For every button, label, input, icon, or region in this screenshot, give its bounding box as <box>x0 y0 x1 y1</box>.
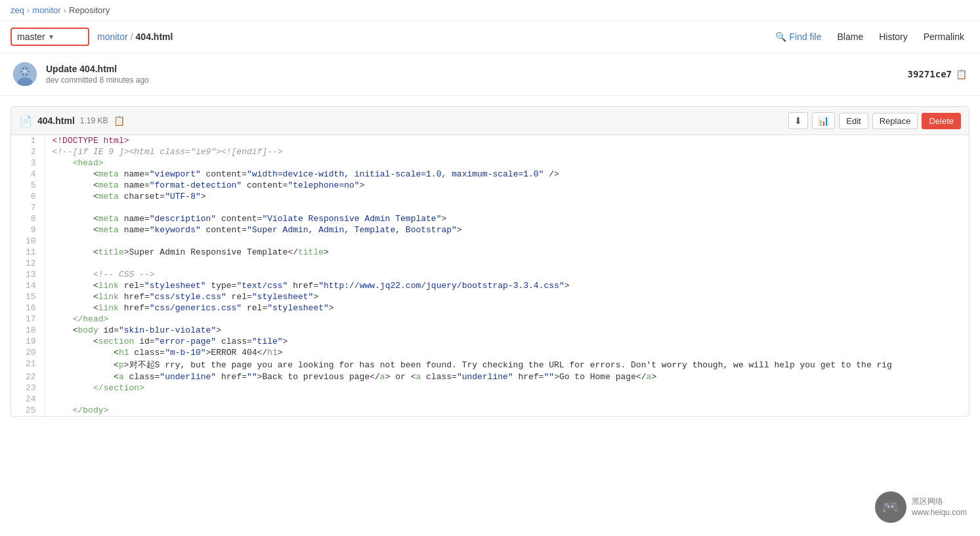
commit-hash: 39271ce7 <box>908 69 952 79</box>
path-filename: 404.html <box>136 31 173 42</box>
table-row: 13 <!-- CSS --> <box>11 269 969 280</box>
line-code: <a class="underline" href="">Back to pre… <box>44 371 969 382</box>
line-code: <section id="error-page" class="tile"> <box>44 336 969 347</box>
top-bar: master ▾ monitor / 404.html 🔍 Find file … <box>0 21 980 53</box>
table-row: 7 <box>11 202 969 213</box>
top-bar-actions: 🔍 Find file Blame History Permalink <box>770 29 969 45</box>
table-row: 8 <meta name="description" content="Viol… <box>11 213 969 224</box>
line-number: 25 <box>11 405 44 416</box>
delete-button[interactable]: Delete <box>922 113 961 129</box>
raw-button[interactable]: ⬇ <box>788 112 808 129</box>
line-number: 14 <box>11 280 44 291</box>
table-row: 3 <head> <box>11 157 969 169</box>
blame-file-button[interactable]: 📊 <box>812 112 835 129</box>
blame-button[interactable]: Blame <box>832 29 869 45</box>
find-file-button[interactable]: 🔍 Find file <box>770 29 826 45</box>
breadcrumb-repository: Repository <box>69 5 110 15</box>
file-header-actions: ⬇ 📊 Edit Replace Delete <box>788 112 961 129</box>
copy-hash-icon[interactable]: 📋 <box>956 69 967 79</box>
branch-name: master <box>17 31 45 42</box>
line-code <box>44 236 969 247</box>
commit-meta: dev committed 8 minutes ago <box>46 75 899 85</box>
branch-chevron: ▾ <box>49 32 53 41</box>
table-row: 24 <box>11 394 969 405</box>
table-row: 22 <a class="underline" href="">Back to … <box>11 371 969 382</box>
commit-title: Update 404.html <box>46 64 899 74</box>
line-number: 23 <box>11 382 44 394</box>
breadcrumb: zeq › monitor › Repository <box>0 0 980 21</box>
table-row: 11 <title>Super Admin Responsive Templat… <box>11 247 969 258</box>
search-icon: 🔍 <box>775 31 786 42</box>
table-row: 18 <body id="skin-blur-violate"> <box>11 325 969 336</box>
permalink-button[interactable]: Permalink <box>918 29 969 45</box>
line-code: <meta name="format-detection" content="t… <box>44 180 969 191</box>
table-row: 9 <meta name="keywords" content="Super A… <box>11 224 969 236</box>
table-row: 19 <section id="error-page" class="tile"… <box>11 336 969 347</box>
table-row: 17 </head> <box>11 314 969 325</box>
line-code <box>44 258 969 269</box>
table-row: 15 <link href="css/style.css" rel="style… <box>11 291 969 302</box>
line-code: <head> <box>44 157 969 169</box>
line-number: 16 <box>11 302 44 314</box>
table-row: 4 <meta name="viewport" content="width=d… <box>11 169 969 180</box>
file-header: 📄 404.html 1.19 KB 📋 ⬇ 📊 Edit Replace De… <box>11 107 969 135</box>
line-code: <meta name="description" content="Violat… <box>44 213 969 224</box>
table-row: 1<!DOCTYPE html> <box>11 135 969 146</box>
line-number: 20 <box>11 347 44 358</box>
replace-button[interactable]: Replace <box>872 113 918 129</box>
table-row: 21 <p>对不起S rry, but the page you are loo… <box>11 358 969 371</box>
line-code: <p>对不起S rry, but the page you are lookin… <box>44 358 969 371</box>
line-code: <link href="css/generics.css" rel="style… <box>44 302 969 314</box>
path-repo[interactable]: monitor <box>97 31 128 42</box>
line-code: <meta name="keywords" content="Super Adm… <box>44 224 969 236</box>
line-code: <title>Super Admin Responsive Template</… <box>44 247 969 258</box>
line-code: <!DOCTYPE html> <box>44 135 969 146</box>
line-code <box>44 202 969 213</box>
line-code: </body> <box>44 405 969 416</box>
line-number: 22 <box>11 371 44 382</box>
commit-info: Update 404.html dev committed 8 minutes … <box>46 64 899 85</box>
edit-button[interactable]: Edit <box>839 113 868 129</box>
line-code: <meta charset="UTF-8"> <box>44 191 969 202</box>
commit-bar: Update 404.html dev committed 8 minutes … <box>0 53 980 96</box>
breadcrumb-zeq[interactable]: zeq <box>11 5 24 15</box>
table-row: 5 <meta name="format-detection" content=… <box>11 180 969 191</box>
table-row: 14 <link rel="stylesheet" type="text/css… <box>11 280 969 291</box>
commit-author: dev <box>46 75 58 85</box>
file-viewer: 📄 404.html 1.19 KB 📋 ⬇ 📊 Edit Replace De… <box>11 106 969 417</box>
breadcrumb-sep-2: › <box>64 5 66 15</box>
line-number: 5 <box>11 180 44 191</box>
commit-avatar <box>13 62 37 86</box>
table-row: 16 <link href="css/generics.css" rel="st… <box>11 302 969 314</box>
line-code: <!--[if IE 9 ]><html class="ie9"><![endi… <box>44 146 969 157</box>
path-sep: / <box>131 31 133 42</box>
line-code: <h1 class="m-b-10">ERROR 404</h1> <box>44 347 969 358</box>
table-row: 20 <h1 class="m-b-10">ERROR 404</h1> <box>11 347 969 358</box>
line-number: 13 <box>11 269 44 280</box>
copy-path-icon[interactable]: 📋 <box>114 115 125 126</box>
line-code: </head> <box>44 314 969 325</box>
breadcrumb-monitor[interactable]: monitor <box>32 5 60 15</box>
file-name: 404.html <box>37 115 75 126</box>
line-number: 15 <box>11 291 44 302</box>
line-code: <link href="css/style.css" rel="styleshe… <box>44 291 969 302</box>
line-number: 1 <box>11 135 44 146</box>
line-number: 7 <box>11 202 44 213</box>
line-number: 2 <box>11 146 44 157</box>
commit-time-label: committed <box>61 75 100 85</box>
line-code: <body id="skin-blur-violate"> <box>44 325 969 336</box>
line-number: 10 <box>11 236 44 247</box>
commit-hash-container: 39271ce7 📋 <box>908 69 967 79</box>
breadcrumb-sep-1: › <box>27 5 30 15</box>
line-number: 8 <box>11 213 44 224</box>
line-code: <meta name="viewport" content="width=dev… <box>44 169 969 180</box>
table-row: 25 </body> <box>11 405 969 416</box>
table-row: 10 <box>11 236 969 247</box>
table-row: 6 <meta charset="UTF-8"> <box>11 191 969 202</box>
line-number: 12 <box>11 258 44 269</box>
branch-selector[interactable]: master ▾ <box>11 28 89 46</box>
line-number: 19 <box>11 336 44 347</box>
line-code: <!-- CSS --> <box>44 269 969 280</box>
line-number: 17 <box>11 314 44 325</box>
history-button[interactable]: History <box>874 29 913 45</box>
